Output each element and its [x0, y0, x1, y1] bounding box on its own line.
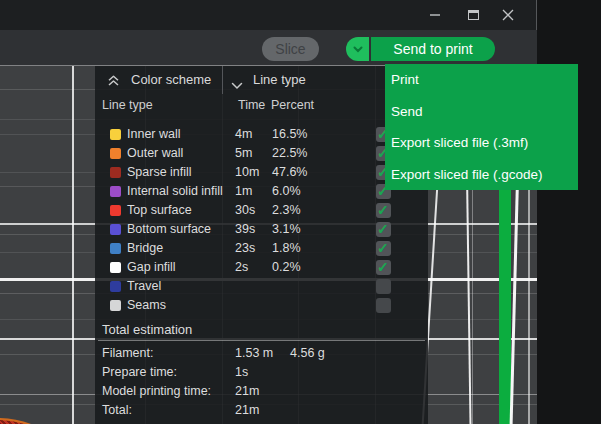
row-label: Inner wall: [127, 127, 181, 141]
table-row: Gap infill 2s 0.2%: [95, 259, 428, 278]
minimize-button[interactable]: [418, 0, 452, 30]
menu-item-print[interactable]: Print: [385, 64, 578, 96]
color-swatch: [110, 262, 121, 273]
row-label: Seams: [127, 298, 166, 312]
color-scheme-panel: Color scheme Line type Line type Time Pe…: [95, 66, 428, 424]
row-time: 5m: [235, 146, 252, 160]
panel-header: Color scheme Line type: [95, 66, 428, 94]
table-column-headers: Line type Time Percent: [95, 98, 428, 116]
total-estimation-title: Total estimation: [102, 322, 192, 337]
row-percent: 6.0%: [272, 184, 301, 198]
color-swatch: [110, 186, 121, 197]
maximize-button[interactable]: [456, 0, 490, 30]
send-dropdown-menu: Print Send Export sliced file (.3mf) Exp…: [385, 64, 578, 190]
estimation-label: Model printing time:: [102, 384, 211, 398]
row-label: Outer wall: [127, 146, 183, 160]
row-percent: 2.3%: [272, 203, 301, 217]
row-time: 39s: [235, 222, 255, 236]
slice-button[interactable]: Slice: [262, 37, 319, 61]
estimation-value: 21m: [235, 384, 259, 398]
estimation-row: Prepare time: 1s: [95, 364, 428, 383]
row-percent: 22.5%: [272, 146, 307, 160]
table-row: Top surface 30s 2.3%: [95, 202, 428, 221]
color-swatch: [110, 148, 121, 159]
visibility-checkbox[interactable]: [376, 203, 391, 218]
row-label: Gap infill: [127, 260, 176, 274]
estimation-value: 1s: [235, 365, 248, 379]
estimation-row: Model printing time: 21m: [95, 383, 428, 402]
row-percent: 1.8%: [272, 241, 301, 255]
color-swatch: [110, 224, 121, 235]
send-dropdown-button[interactable]: [346, 37, 369, 61]
row-time: 1m: [235, 184, 252, 198]
table-row: Sparse infill 10m 47.6%: [95, 164, 428, 183]
titlebar: [0, 0, 537, 30]
visibility-checkbox[interactable]: [376, 222, 391, 237]
visibility-checkbox[interactable]: [376, 241, 391, 256]
row-label: Sparse infill: [127, 165, 192, 179]
visibility-checkbox[interactable]: [376, 298, 391, 313]
color-swatch: [110, 129, 121, 140]
column-header-time: Time: [238, 98, 265, 112]
estimation-value: 21m: [235, 403, 259, 417]
table-row: Inner wall 4m 16.5%: [95, 126, 428, 145]
minimize-icon: [429, 9, 441, 21]
table-row: Internal solid infill 1m 6.0%: [95, 183, 428, 202]
close-icon: [502, 9, 514, 21]
row-percent: 16.5%: [272, 127, 307, 141]
send-to-print-label: Send to print: [393, 41, 472, 57]
sliced-model[interactable]: [0, 418, 97, 424]
row-percent: 47.6%: [272, 165, 307, 179]
table-row: Bridge 23s 1.8%: [95, 240, 428, 259]
menu-item-send[interactable]: Send: [385, 96, 578, 128]
estimation-label: Filament:: [102, 346, 153, 360]
color-swatch: [110, 205, 121, 216]
row-percent: 0.2%: [272, 260, 301, 274]
row-label: Internal solid infill: [127, 184, 223, 198]
row-time: 23s: [235, 241, 255, 255]
maximize-icon: [468, 10, 479, 20]
table-row: Outer wall 5m 22.5%: [95, 145, 428, 164]
table-row: Travel: [95, 278, 428, 297]
menu-item-export-gcode[interactable]: Export sliced file (.gcode): [385, 159, 578, 191]
estimation-row: Total: 21m: [95, 402, 428, 421]
estimation-value2: 4.56 g: [290, 346, 325, 360]
visibility-checkbox[interactable]: [376, 279, 391, 294]
collapse-panel-button[interactable]: [107, 73, 120, 91]
estimation-label: Total:: [102, 403, 132, 417]
menu-item-export-3mf[interactable]: Export sliced file (.3mf): [385, 127, 578, 159]
toolbar: Slice Send to print: [0, 30, 537, 65]
grid-line: [72, 66, 74, 424]
chevron-down-icon: [353, 46, 363, 53]
row-label: Travel: [127, 279, 161, 293]
visibility-checkbox[interactable]: [376, 260, 391, 275]
row-time: 2s: [235, 260, 248, 274]
row-time: 4m: [235, 127, 252, 141]
color-swatch: [110, 243, 121, 254]
column-header-line-type: Line type: [102, 98, 153, 112]
row-percent: 3.1%: [272, 222, 301, 236]
row-time: 30s: [235, 203, 255, 217]
divider: [98, 340, 425, 341]
table-row: Bottom surface 39s 3.1%: [95, 221, 428, 240]
close-button[interactable]: [491, 0, 525, 30]
estimation-value: 1.53 m: [235, 346, 273, 360]
row-label: Bottom surface: [127, 222, 211, 236]
row-time: 10m: [235, 165, 259, 179]
send-to-print-button[interactable]: Send to print: [371, 37, 495, 61]
view-type-value: Line type: [253, 72, 306, 87]
color-swatch: [110, 300, 121, 311]
row-label: Bridge: [127, 241, 163, 255]
estimation-label: Prepare time:: [102, 365, 177, 379]
column-header-percent: Percent: [271, 98, 314, 112]
row-label: Top surface: [127, 203, 192, 217]
app-screen: Slice Send to print: [0, 0, 601, 424]
chevron-double-up-icon: [107, 74, 120, 87]
color-swatch: [110, 167, 121, 178]
table-row: Seams: [95, 297, 428, 316]
chevron-down-icon: [231, 76, 243, 94]
color-swatch: [110, 281, 121, 292]
estimation-row: Filament: 1.53 m 4.56 g: [95, 345, 428, 364]
panel-title: Color scheme: [131, 72, 211, 87]
